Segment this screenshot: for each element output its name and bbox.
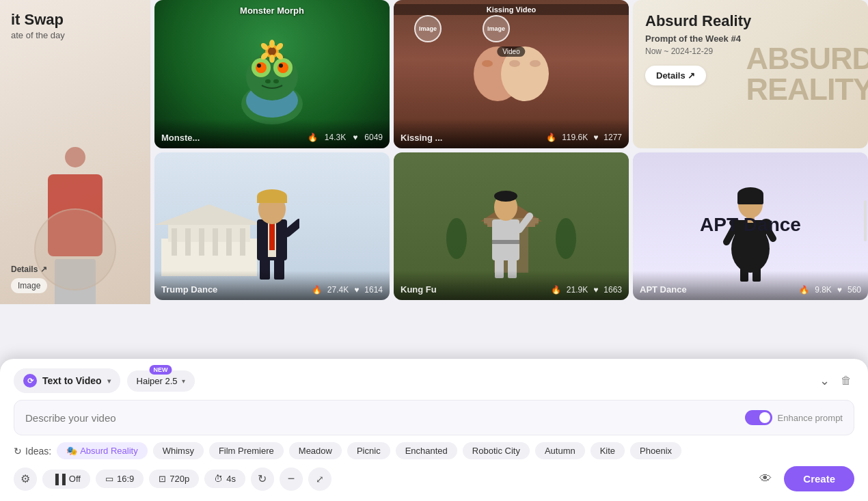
kissing-heart-count: 1277 [603, 133, 622, 142]
duration-icon: ⏱ [214, 474, 223, 484]
trump-title: Trump Dance [161, 284, 306, 295]
absurd-reality-title: Absurd Reality [645, 12, 856, 30]
off-icon: ▐▐ [52, 474, 66, 485]
absurd-details-label: Details ↗ [656, 70, 695, 81]
duration-label: 4s [226, 474, 236, 484]
trump-fire-count: 27.4K [327, 285, 349, 295]
text-to-video-btn[interactable]: ⟳ Text to Video ▾ [14, 368, 120, 393]
haiper-chevron: ▾ [182, 377, 185, 385]
enhance-label: Enhance prompt [778, 413, 843, 423]
kissing-video-label: Video [497, 46, 525, 57]
trump-heart-icon: ♥ [354, 285, 359, 295]
apt-title: APT Dance [640, 284, 794, 295]
kungfu-fire-icon: 🔥 [551, 285, 561, 295]
svg-rect-31 [226, 228, 232, 256]
idea-chip-phoenix[interactable]: Phoenix [630, 442, 681, 459]
refresh-btn[interactable]: ↻ [251, 468, 274, 491]
kissing-short-title: Kissing ... [401, 133, 541, 143]
monster-fire-count: 14.3K [325, 133, 346, 142]
haiper-btn[interactable]: NEW Haiper 2.5 ▾ [127, 370, 195, 392]
kissing-video-card[interactable]: Kissing Video Image Image Video Kissing … [394, 0, 629, 148]
idea-chip-film-premiere[interactable]: Film Premiere [209, 442, 284, 459]
kissing-image-bubble-1: Image [414, 15, 442, 42]
idea-chip-autumn[interactable]: Autumn [535, 442, 585, 459]
collapse-btn[interactable]: ⌄ [817, 370, 832, 391]
outfit-swap-card[interactable]: it Swap ate of the day Image Details ↗ [0, 0, 150, 304]
idea-chip-meadow[interactable]: Meadow [289, 442, 342, 459]
image-tag: Image [18, 281, 40, 290]
trump-heart-count: 1614 [364, 285, 383, 295]
create-label: Create [803, 473, 835, 485]
refresh-icon[interactable]: ↻ [14, 446, 22, 457]
ideas-row: ↻ Ideas: 🎭 Absurd Reality Whimsy Film Pr… [14, 442, 854, 459]
kungfu-heart-count: 1663 [603, 285, 622, 295]
duration-btn[interactable]: ⏱ 4s [204, 470, 245, 488]
trump-fire-icon: 🔥 [312, 285, 322, 295]
ideas-label: ↻ Ideas: [14, 446, 51, 457]
svg-point-6 [277, 62, 288, 73]
idea-chip-absurd-reality[interactable]: 🎭 Absurd Reality [57, 442, 148, 459]
idea-chip-whimsy[interactable]: Whimsy [153, 442, 204, 459]
svg-line-40 [287, 223, 299, 233]
kung-fu-card[interactable]: Kung Fu 🔥 21.9K ♥ 1663 [394, 152, 629, 301]
svg-rect-65 [737, 194, 763, 204]
svg-point-11 [269, 40, 275, 48]
left-card-subtitle: ate of the day [11, 30, 65, 40]
minus-btn[interactable]: − [280, 468, 303, 491]
ratio-btn[interactable]: ▭ 16:9 [96, 470, 144, 488]
haiper-label: Haiper 2.5 [137, 376, 178, 386]
apt-heart-count: 560 [847, 285, 861, 295]
monster-heart-count: 6049 [364, 133, 383, 142]
eye-btn[interactable]: 👁 [754, 468, 777, 491]
create-btn[interactable]: Create [784, 466, 854, 491]
text-to-video-label: Text to Video [42, 375, 102, 386]
svg-rect-28 [185, 228, 191, 256]
kungfu-fire-count: 21.9K [567, 285, 588, 295]
off-label: Off [69, 474, 81, 484]
kungfu-title: Kung Fu [401, 284, 545, 295]
apt-dance-card[interactable]: APT Dance [633, 152, 868, 301]
trash-btn[interactable]: 🗑 [838, 372, 854, 390]
idea-chip-enchanted[interactable]: Enchanted [396, 442, 457, 459]
absurd-reality-card[interactable]: ABSURD REALITY Absurd Reality Prompt of … [633, 0, 868, 148]
monster-morph-card[interactable]: Monster Morph Monste... 🔥 14.3K ♥ 6049 [154, 0, 390, 148]
video-input-area[interactable]: Enhance prompt [14, 400, 854, 435]
enhance-toggle[interactable] [745, 410, 772, 425]
off-btn[interactable]: ▐▐ Off [42, 470, 90, 489]
left-details-btn[interactable]: Details ↗ [11, 265, 47, 274]
ratio-label: 16:9 [117, 474, 134, 484]
idea-chip-robotic-city[interactable]: Robotic City [463, 442, 530, 459]
svg-point-53 [494, 191, 517, 202]
settings-btn[interactable]: ⚙ [14, 468, 37, 491]
svg-rect-39 [257, 196, 287, 203]
expand-btn[interactable]: ⤢ [308, 468, 331, 491]
t2v-icon: ⟳ [23, 374, 37, 388]
absurd-reality-details-btn[interactable]: Details ↗ [645, 66, 706, 85]
svg-point-10 [268, 47, 276, 55]
ratio-icon: ▭ [105, 474, 113, 484]
svg-point-23 [509, 60, 520, 67]
scroll-indicator [864, 200, 867, 241]
apt-fire-icon: 🔥 [799, 285, 809, 295]
left-card-title: it Swap [11, 11, 65, 29]
svg-point-12 [269, 55, 275, 63]
kissing-top-label: Kissing Video [487, 5, 537, 14]
svg-rect-29 [199, 228, 204, 256]
monster-short-title: Monste... [161, 133, 301, 143]
kissing-fire-count: 119.6K [562, 133, 588, 142]
video-description-input[interactable] [25, 412, 745, 424]
apt-heart-icon: ♥ [837, 285, 842, 295]
svg-rect-36 [269, 223, 275, 250]
absurd-reality-date: Now ~ 2024-12-29 [645, 46, 856, 56]
controls-row: ⚙ ▐▐ Off ▭ 16:9 ⊡ 720p ⏱ [14, 466, 854, 491]
svg-rect-51 [492, 240, 519, 244]
trump-dance-card[interactable]: Trump Dance 🔥 27.4K ♥ 1614 [154, 152, 390, 301]
svg-point-20 [482, 60, 493, 67]
svg-point-18 [273, 79, 279, 83]
idea-chip-picnic[interactable]: Picnic [347, 442, 390, 459]
idea-chip-kite[interactable]: Kite [591, 442, 625, 459]
quality-label: 720p [169, 474, 189, 484]
quality-btn[interactable]: ⊡ 720p [149, 470, 199, 488]
kungfu-heart-icon: ♥ [593, 285, 598, 295]
absurd-reality-subtitle: Prompt of the Week #4 [645, 33, 856, 44]
